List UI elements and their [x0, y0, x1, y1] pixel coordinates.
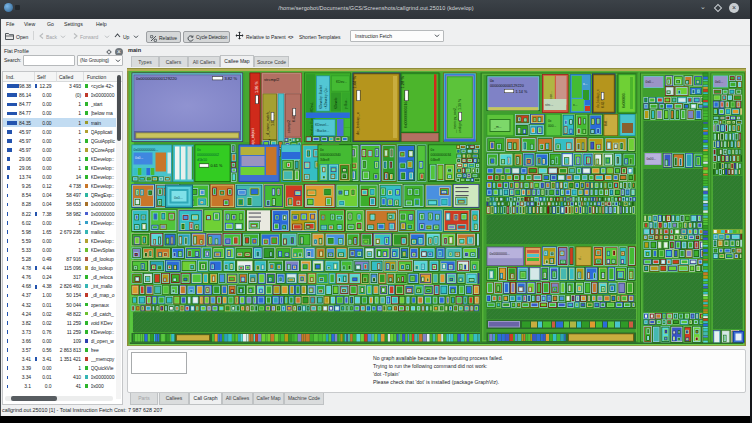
svg-text:1.96 %: 1.96 %: [255, 81, 259, 93]
svg-text:x...: x...: [573, 103, 578, 107]
svg-text:0x0...: 0x0...: [604, 118, 608, 126]
svg-text:0x00000000031640: 0x00000000031640: [404, 98, 408, 128]
svg-text:__memcpy_sse2_: __memcpy_sse2_: [453, 106, 457, 134]
svg-text:0x: 0x: [320, 148, 324, 152]
svg-text:1.39 %: 1.39 %: [458, 98, 462, 110]
svg-text:d...: d...: [578, 255, 582, 260]
svg-text:1.28 %: 1.28 %: [400, 76, 405, 89]
svg-text:0x0...: 0x0...: [135, 156, 143, 160]
svg-text:d1b10: d1b10: [197, 158, 207, 162]
svg-text:0x000000...: 0x000000...: [622, 91, 626, 108]
svg-text:0x000000000...: 0x000000000...: [134, 148, 159, 152]
svg-text:_m...: _m...: [493, 125, 502, 129]
svg-text:0x0000000...: 0x0000000...: [490, 252, 510, 256]
svg-text:<KDevelop::Qu...: <KDevelop::Qu...: [324, 86, 328, 109]
svg-text:34be8: 34be8: [320, 158, 330, 162]
svg-text:do_lookup_x: do_lookup_x: [596, 89, 600, 108]
svg-text:0x: 0x: [548, 119, 552, 123]
svg-text:0x0...: 0x0...: [646, 80, 654, 84]
svg-text:0x0000000000129220: 0x0000000000129220: [136, 76, 177, 81]
svg-text:0x0...: 0x0...: [174, 196, 183, 200]
svg-text:p::Buc...: p::Buc...: [344, 98, 348, 109]
svg-text:000...: 000...: [548, 124, 556, 128]
svg-text:0.61 %: 0.61 %: [211, 164, 223, 168]
svg-text:KDevelo: KDevelo: [334, 97, 338, 109]
svg-text:1.44 %: 1.44 %: [352, 76, 357, 89]
svg-text:00000000340: 00000000340: [320, 153, 341, 157]
svg-text:strcmp/2: strcmp/2: [264, 77, 280, 82]
svg-text:do_lookup_x: do_lookup_x: [355, 112, 360, 135]
svg-text:KDevelop::Bucket<KDevL: KDevelop::Bucket<KDevL: [310, 102, 314, 139]
svg-text:04be8: 04be8: [431, 158, 441, 162]
svg-text:0x00...: 0x00...: [647, 157, 657, 161]
svg-text:0000000000129220: 0000000000129220: [490, 84, 524, 88]
svg-text:::Bucke...: ::Bucke...: [315, 129, 329, 133]
svg-text:3.82 %: 3.82 %: [225, 76, 238, 81]
svg-text:x...: x...: [583, 82, 588, 86]
svg-text:strcmp/2: strcmp/2: [287, 120, 291, 133]
svg-text:_dl_name_match_: _dl_name_match_: [266, 111, 270, 138]
svg-text:0x: 0x: [490, 79, 494, 83]
svg-text:KDevelop::Bucket: KDevelop::Bucket: [319, 85, 323, 109]
svg-text:00000000034: 00000000034: [431, 153, 452, 157]
svg-text:0x: 0x: [197, 148, 201, 152]
svg-text:strc...: strc...: [545, 103, 553, 107]
svg-text:0x: 0x: [431, 148, 435, 152]
svg-text:0x0...: 0x0...: [715, 80, 723, 84]
svg-text:KDevel...: KDevel...: [315, 123, 329, 127]
svg-text:KDev...: KDev...: [336, 80, 347, 84]
svg-text:00000000002: 00000000002: [197, 153, 219, 157]
svg-text:1.14 %: 1.14 %: [516, 90, 528, 94]
